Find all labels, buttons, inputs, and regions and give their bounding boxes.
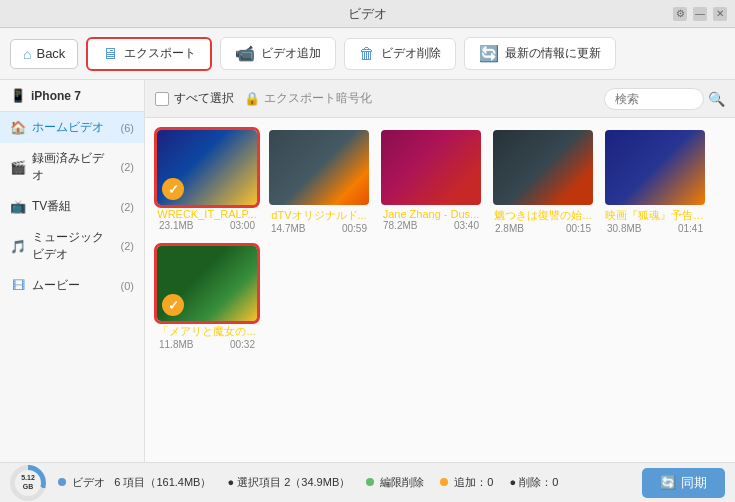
selected-info: 選択項目 2（34.9MB） [237, 476, 350, 488]
sidebar-item-music-video[interactable]: 🎵 ミュージックビデオ (2) [0, 222, 144, 270]
video-size: 23.1MB [159, 220, 193, 231]
video-info: Jane Zhang - Dus...78.2MB03:40 [381, 205, 481, 231]
refresh-button[interactable]: 🔄 最新の情報に更新 [464, 37, 616, 70]
video-item[interactable]: 映画『狐魂』予告2...30.8MB01:41 [605, 130, 705, 234]
delete-status: ● 削除：0 [509, 475, 558, 490]
refresh-label: 最新の情報に更新 [505, 45, 601, 62]
video-thumbnail [605, 130, 705, 205]
lock-icon: 🔒 [244, 91, 260, 106]
video-grid: ✓WRECK_IT_RALP...23.1MB03:00dTVオリジナルド...… [145, 118, 735, 462]
minimize-btn[interactable]: — [693, 7, 707, 21]
export-label: エクスポート [124, 45, 196, 62]
sidebar-item-tv[interactable]: 📺 TV番組 (2) [0, 191, 144, 222]
storage-unit: GB [23, 483, 34, 491]
sidebar-item-label: ムービー [32, 277, 115, 294]
select-all-checkbox[interactable] [155, 92, 169, 106]
toolbar: ⌂ Back 🖥 エクスポート 📹 ビデオ追加 🗑 ビデオ削除 🔄 最新の情報に… [0, 28, 735, 80]
export-button[interactable]: 🖥 エクスポート [86, 37, 212, 71]
video-thumbnail: ✓ [157, 246, 257, 321]
video-meta: 78.2MB03:40 [381, 220, 481, 231]
video-thumbnail: ✓ [157, 130, 257, 205]
sidebar-item-count: (6) [121, 122, 134, 134]
video-item[interactable]: ✓「メアリと魔女の...11.8MB00:32 [157, 246, 257, 350]
close-btn[interactable]: ✕ [713, 7, 727, 21]
encrypt-label: エクスポート暗号化 [264, 90, 372, 107]
add-dot [440, 478, 448, 486]
video-duration: 00:59 [342, 223, 367, 234]
sidebar-item-home-video[interactable]: 🏠 ホームビデオ (6) [0, 112, 144, 143]
delete-video-button[interactable]: 🗑 ビデオ削除 [344, 38, 456, 70]
video-item[interactable]: ✓WRECK_IT_RALP...23.1MB03:00 [157, 130, 257, 234]
delete-video-label: ビデオ削除 [381, 45, 441, 62]
video-title: 「メアリと魔女の... [157, 324, 257, 339]
sidebar-item-label: ホームビデオ [32, 119, 115, 136]
title-bar: ビデオ ⚙ — ✕ [0, 0, 735, 28]
video-size: 30.8MB [607, 223, 641, 234]
search-input[interactable] [604, 88, 704, 110]
add-video-icon: 📹 [235, 44, 255, 63]
app-container: ⌂ Back 🖥 エクスポート 📹 ビデオ追加 🗑 ビデオ削除 🔄 最新の情報に… [0, 28, 735, 502]
video-dot [58, 478, 66, 486]
video-size: 78.2MB [383, 220, 417, 231]
video-meta: 2.8MB00:15 [493, 223, 593, 234]
check-overlay: ✓ [162, 294, 184, 316]
sidebar-item-label: 録画済みビデオ [32, 150, 115, 184]
device-name: iPhone 7 [31, 89, 81, 103]
video-item[interactable]: 魑つきは復讐の始...2.8MB00:15 [493, 130, 593, 234]
main-content: すべて選択 🔒 エクスポート暗号化 🔍 ✓WRECK_IT_RALP...23.… [145, 80, 735, 462]
sync-button[interactable]: 🔄 同期 [642, 468, 725, 498]
video-duration: 03:40 [454, 220, 479, 231]
selected-status: ● 選択項目 2（34.9MB） [227, 475, 350, 490]
video-size: 2.8MB [495, 223, 524, 234]
house-icon: ⌂ [23, 46, 31, 62]
video-duration: 00:15 [566, 223, 591, 234]
sidebar-item-count: (2) [121, 161, 134, 173]
video-meta: 14.7MB00:59 [269, 223, 369, 234]
add-label: 追加：0 [454, 476, 493, 488]
storage-inner: 5.12 GB [15, 470, 41, 496]
video-item[interactable]: Jane Zhang - Dus...78.2MB03:40 [381, 130, 481, 234]
video-info: 映画『狐魂』予告2...30.8MB01:41 [605, 205, 705, 234]
device-icon: 📱 [10, 88, 26, 103]
video-item[interactable]: dTVオリジナルド...14.7MB00:59 [269, 130, 369, 234]
window-controls: ⚙ — ✕ [673, 7, 727, 21]
video-thumbnail [269, 130, 369, 205]
video-info: 6 項目（161.4MB） [114, 476, 211, 488]
export-icon: 🖥 [102, 45, 118, 63]
sync-icon: 🔄 [660, 475, 676, 490]
select-all-label: すべて選択 [174, 90, 234, 107]
movies-icon: 🎞 [10, 278, 26, 293]
sidebar-item-count: (2) [121, 240, 134, 252]
home-video-icon: 🏠 [10, 120, 26, 135]
limit-delete-dot [366, 478, 374, 486]
video-info: dTVオリジナルド...14.7MB00:59 [269, 205, 369, 234]
video-title: Jane Zhang - Dus... [381, 208, 481, 220]
sub-toolbar: すべて選択 🔒 エクスポート暗号化 🔍 [145, 80, 735, 118]
select-all-button[interactable]: すべて選択 [155, 90, 234, 107]
video-duration: 03:00 [230, 220, 255, 231]
sidebar-item-movies[interactable]: 🎞 ムービー (0) [0, 270, 144, 301]
recorded-icon: 🎬 [10, 160, 26, 175]
refresh-icon: 🔄 [479, 44, 499, 63]
sidebar: 📱 iPhone 7 🏠 ホームビデオ (6) 🎬 録画済みビデオ (2) 📺 … [0, 80, 145, 462]
search-icon[interactable]: 🔍 [708, 91, 725, 107]
device-header: 📱 iPhone 7 [0, 80, 144, 112]
add-video-button[interactable]: 📹 ビデオ追加 [220, 37, 336, 70]
video-meta: 23.1MB03:00 [157, 220, 257, 231]
limit-delete-status: 編限削除 [366, 475, 424, 490]
settings-btn[interactable]: ⚙ [673, 7, 687, 21]
status-bar: 5.12 GB ビデオ 6 項目（161.4MB） ● 選択項目 2（34.9M… [0, 462, 735, 502]
back-button[interactable]: ⌂ Back [10, 39, 78, 69]
search-area: 🔍 [604, 88, 725, 110]
video-info: 魑つきは復讐の始...2.8MB00:15 [493, 205, 593, 234]
video-duration: 01:41 [678, 223, 703, 234]
sidebar-item-recorded-video[interactable]: 🎬 録画済みビデオ (2) [0, 143, 144, 191]
encrypt-button[interactable]: 🔒 エクスポート暗号化 [244, 90, 372, 107]
storage-gb: 5.12 [21, 474, 35, 482]
app-title: ビデオ [348, 5, 387, 23]
content-area: 📱 iPhone 7 🏠 ホームビデオ (6) 🎬 録画済みビデオ (2) 📺 … [0, 80, 735, 462]
video-meta: 11.8MB00:32 [157, 339, 257, 350]
sidebar-item-count: (0) [121, 280, 134, 292]
video-info: 「メアリと魔女の...11.8MB00:32 [157, 321, 257, 350]
limit-delete-label: 編限削除 [380, 476, 424, 488]
